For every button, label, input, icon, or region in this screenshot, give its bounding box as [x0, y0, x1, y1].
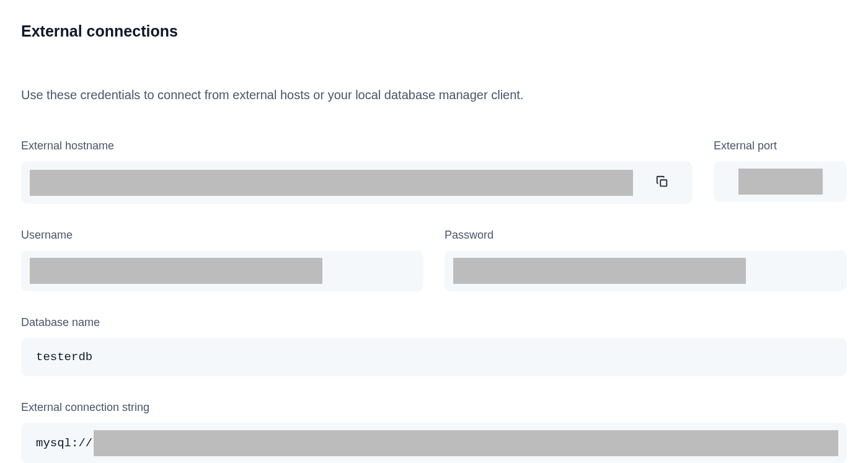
connection-string-redacted — [94, 430, 838, 456]
external-port-label: External port — [714, 139, 847, 152]
password-value-box — [445, 250, 847, 291]
database-name-label: Database name — [21, 316, 847, 329]
username-redacted — [30, 258, 322, 284]
row-connection-string: External connection string mysql:// — [21, 401, 847, 463]
row-hostname-port: External hostname External port — [21, 139, 847, 204]
field-external-hostname: External hostname — [21, 139, 693, 204]
username-value-box — [21, 250, 423, 291]
external-hostname-label: External hostname — [21, 139, 693, 152]
copy-icon — [655, 175, 669, 190]
field-connection-string: External connection string mysql:// — [21, 401, 847, 463]
connection-string-label: External connection string — [21, 401, 847, 414]
external-port-redacted — [738, 169, 823, 195]
row-database-name: Database name testerdb — [21, 316, 847, 376]
field-external-port: External port — [714, 139, 847, 204]
page-title: External connections — [21, 22, 847, 40]
row-username-password: Username Password — [21, 229, 847, 291]
external-port-value-box — [714, 161, 847, 202]
external-hostname-redacted — [30, 170, 633, 196]
password-label: Password — [445, 229, 847, 242]
field-username: Username — [21, 229, 423, 291]
field-password: Password — [445, 229, 847, 291]
database-name-value: testerdb — [30, 350, 92, 364]
username-label: Username — [21, 229, 423, 242]
connection-string-value-box: mysql:// — [21, 423, 847, 463]
database-name-value-box: testerdb — [21, 338, 847, 376]
connection-string-prefix: mysql:// — [30, 436, 92, 450]
field-database-name: Database name testerdb — [21, 316, 847, 376]
page-description: Use these credentials to connect from ex… — [21, 85, 560, 105]
external-hostname-value-box — [21, 161, 693, 204]
password-redacted — [453, 258, 746, 284]
copy-hostname-button[interactable] — [640, 169, 684, 196]
svg-rect-0 — [660, 180, 666, 186]
